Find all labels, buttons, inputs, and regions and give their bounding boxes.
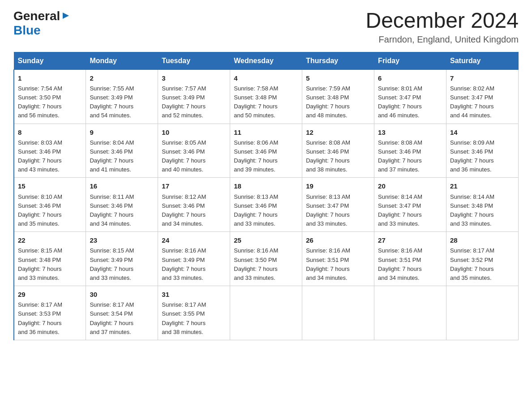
- day-number: 5: [306, 73, 370, 83]
- calendar-cell: 6Sunrise: 8:01 AMSunset: 3:47 PMDaylight…: [374, 69, 446, 124]
- day-info: Sunrise: 8:15 AMSunset: 3:49 PMDaylight:…: [90, 246, 154, 283]
- calendar-cell: 12Sunrise: 8:08 AMSunset: 3:46 PMDayligh…: [302, 124, 374, 178]
- calendar-table: SundayMondayTuesdayWednesdayThursdayFrid…: [13, 52, 519, 340]
- day-number: 11: [234, 127, 298, 137]
- calendar-cell: 11Sunrise: 8:06 AMSunset: 3:46 PMDayligh…: [230, 124, 302, 178]
- calendar-week-row: 29Sunrise: 8:17 AMSunset: 3:53 PMDayligh…: [14, 286, 519, 340]
- day-number: 13: [378, 127, 442, 137]
- calendar-cell: 24Sunrise: 8:16 AMSunset: 3:49 PMDayligh…: [158, 232, 230, 286]
- calendar-cell: 7Sunrise: 8:02 AMSunset: 3:47 PMDaylight…: [446, 69, 519, 124]
- day-number: 25: [234, 235, 298, 245]
- calendar-cell: 23Sunrise: 8:15 AMSunset: 3:49 PMDayligh…: [86, 232, 158, 286]
- calendar-cell: [302, 286, 374, 340]
- day-info: Sunrise: 8:15 AMSunset: 3:48 PMDaylight:…: [18, 246, 82, 283]
- day-info: Sunrise: 8:13 AMSunset: 3:47 PMDaylight:…: [306, 193, 370, 229]
- day-info: Sunrise: 7:55 AMSunset: 3:49 PMDaylight:…: [90, 84, 154, 120]
- day-number: 31: [162, 289, 226, 300]
- calendar-cell: 10Sunrise: 8:05 AMSunset: 3:46 PMDayligh…: [158, 124, 230, 178]
- page-header: General Blue December 2024 Farndon, Engl…: [13, 9, 519, 45]
- calendar-cell: 30Sunrise: 8:17 AMSunset: 3:54 PMDayligh…: [86, 286, 158, 340]
- day-info: Sunrise: 8:16 AMSunset: 3:51 PMDaylight:…: [306, 246, 370, 283]
- calendar-cell: [230, 286, 302, 340]
- calendar-cell: 28Sunrise: 8:17 AMSunset: 3:52 PMDayligh…: [446, 232, 519, 286]
- calendar-week-row: 15Sunrise: 8:10 AMSunset: 3:46 PMDayligh…: [14, 178, 519, 232]
- calendar-cell: 27Sunrise: 8:16 AMSunset: 3:51 PMDayligh…: [374, 232, 446, 286]
- calendar-week-row: 1Sunrise: 7:54 AMSunset: 3:50 PMDaylight…: [14, 69, 519, 124]
- day-info: Sunrise: 7:59 AMSunset: 3:48 PMDaylight:…: [306, 84, 370, 120]
- day-number: 20: [378, 181, 442, 191]
- day-number: 27: [378, 235, 442, 245]
- day-number: 28: [450, 235, 515, 245]
- weekday-header-wednesday: Wednesday: [230, 52, 302, 69]
- day-info: Sunrise: 8:12 AMSunset: 3:46 PMDaylight:…: [162, 193, 226, 229]
- calendar-cell: 16Sunrise: 8:11 AMSunset: 3:46 PMDayligh…: [86, 178, 158, 232]
- calendar-cell: 22Sunrise: 8:15 AMSunset: 3:48 PMDayligh…: [14, 232, 86, 286]
- day-info: Sunrise: 8:14 AMSunset: 3:48 PMDaylight:…: [450, 193, 515, 229]
- day-number: 30: [90, 289, 154, 300]
- weekday-header-sunday: Sunday: [14, 52, 86, 69]
- day-info: Sunrise: 8:02 AMSunset: 3:47 PMDaylight:…: [450, 84, 515, 120]
- weekday-header-monday: Monday: [86, 52, 158, 69]
- day-number: 9: [90, 127, 154, 137]
- day-number: 7: [450, 73, 515, 83]
- day-number: 6: [378, 73, 442, 83]
- weekday-header-thursday: Thursday: [302, 52, 374, 69]
- logo: General Blue: [13, 9, 71, 38]
- day-info: Sunrise: 8:17 AMSunset: 3:52 PMDaylight:…: [450, 246, 515, 283]
- location: Farndon, England, United Kingdom: [365, 34, 519, 45]
- calendar-cell: 29Sunrise: 8:17 AMSunset: 3:53 PMDayligh…: [14, 286, 86, 340]
- calendar-cell: 15Sunrise: 8:10 AMSunset: 3:46 PMDayligh…: [14, 178, 86, 232]
- month-title: December 2024: [365, 9, 519, 33]
- day-info: Sunrise: 8:16 AMSunset: 3:51 PMDaylight:…: [378, 246, 442, 283]
- svg-marker-0: [63, 13, 69, 19]
- day-number: 17: [162, 181, 226, 191]
- calendar-cell: [374, 286, 446, 340]
- day-info: Sunrise: 8:04 AMSunset: 3:46 PMDaylight:…: [90, 138, 154, 175]
- title-section: December 2024 Farndon, England, United K…: [365, 9, 519, 45]
- logo-blue-text: Blue: [13, 23, 41, 38]
- day-info: Sunrise: 8:09 AMSunset: 3:46 PMDaylight:…: [450, 138, 515, 175]
- calendar-cell: 26Sunrise: 8:16 AMSunset: 3:51 PMDayligh…: [302, 232, 374, 286]
- calendar-cell: [446, 286, 519, 340]
- calendar-cell: 4Sunrise: 7:58 AMSunset: 3:48 PMDaylight…: [230, 69, 302, 124]
- day-info: Sunrise: 7:57 AMSunset: 3:49 PMDaylight:…: [162, 84, 226, 120]
- day-number: 15: [18, 181, 82, 191]
- day-info: Sunrise: 8:17 AMSunset: 3:55 PMDaylight:…: [162, 300, 226, 337]
- day-info: Sunrise: 7:54 AMSunset: 3:50 PMDaylight:…: [18, 84, 82, 120]
- day-info: Sunrise: 8:14 AMSunset: 3:47 PMDaylight:…: [378, 193, 442, 229]
- day-number: 1: [18, 73, 82, 83]
- day-info: Sunrise: 8:08 AMSunset: 3:46 PMDaylight:…: [306, 138, 370, 175]
- day-info: Sunrise: 8:03 AMSunset: 3:46 PMDaylight:…: [18, 138, 82, 175]
- day-number: 23: [90, 235, 154, 245]
- day-info: Sunrise: 8:01 AMSunset: 3:47 PMDaylight:…: [378, 84, 442, 120]
- logo-arrow-icon: [61, 11, 71, 21]
- weekday-header-saturday: Saturday: [446, 52, 519, 69]
- day-number: 14: [450, 127, 515, 137]
- day-number: 2: [90, 73, 154, 83]
- calendar-cell: 19Sunrise: 8:13 AMSunset: 3:47 PMDayligh…: [302, 178, 374, 232]
- day-info: Sunrise: 8:08 AMSunset: 3:46 PMDaylight:…: [378, 138, 442, 175]
- calendar-week-row: 22Sunrise: 8:15 AMSunset: 3:48 PMDayligh…: [14, 232, 519, 286]
- day-info: Sunrise: 8:16 AMSunset: 3:50 PMDaylight:…: [234, 246, 298, 283]
- day-number: 18: [234, 181, 298, 191]
- day-number: 10: [162, 127, 226, 137]
- day-info: Sunrise: 8:17 AMSunset: 3:53 PMDaylight:…: [18, 300, 82, 337]
- day-number: 29: [18, 289, 82, 300]
- day-info: Sunrise: 8:06 AMSunset: 3:46 PMDaylight:…: [234, 138, 298, 175]
- day-info: Sunrise: 8:10 AMSunset: 3:46 PMDaylight:…: [18, 193, 82, 229]
- calendar-cell: 31Sunrise: 8:17 AMSunset: 3:55 PMDayligh…: [158, 286, 230, 340]
- calendar-cell: 25Sunrise: 8:16 AMSunset: 3:50 PMDayligh…: [230, 232, 302, 286]
- weekday-header-friday: Friday: [374, 52, 446, 69]
- calendar-cell: 18Sunrise: 8:13 AMSunset: 3:46 PMDayligh…: [230, 178, 302, 232]
- day-number: 19: [306, 181, 370, 191]
- calendar-cell: 8Sunrise: 8:03 AMSunset: 3:46 PMDaylight…: [14, 124, 86, 178]
- logo-general-text: General: [13, 9, 60, 23]
- day-number: 24: [162, 235, 226, 245]
- calendar-cell: 9Sunrise: 8:04 AMSunset: 3:46 PMDaylight…: [86, 124, 158, 178]
- day-info: Sunrise: 7:58 AMSunset: 3:48 PMDaylight:…: [234, 84, 298, 120]
- day-number: 3: [162, 73, 226, 83]
- day-number: 16: [90, 181, 154, 191]
- calendar-cell: 20Sunrise: 8:14 AMSunset: 3:47 PMDayligh…: [374, 178, 446, 232]
- day-number: 21: [450, 181, 515, 191]
- day-number: 12: [306, 127, 370, 137]
